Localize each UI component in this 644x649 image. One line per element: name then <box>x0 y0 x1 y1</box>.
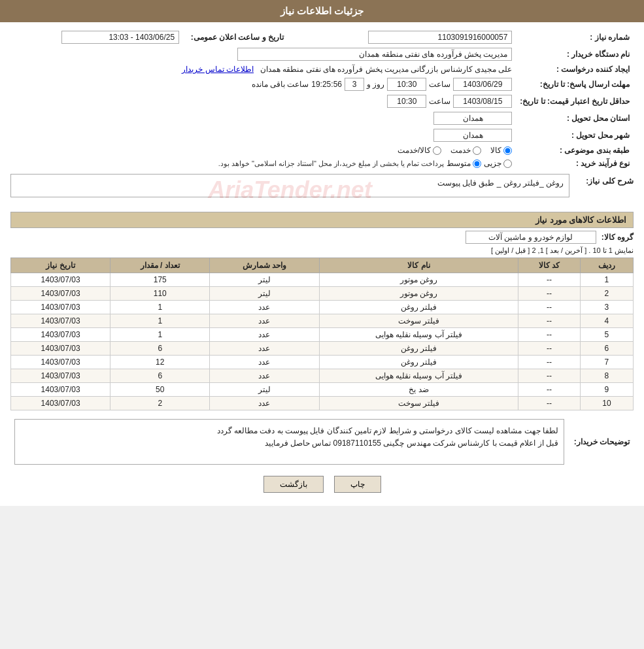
description-section-label: شرح کلی نیاز: <box>575 174 634 186</box>
cell-code: -- <box>518 397 580 410</box>
process-note: پرداخت تمام یا بخشی از مبلغ خرید،از محل … <box>218 159 445 168</box>
cell-date: 1403/07/03 <box>11 301 110 314</box>
cell-code: -- <box>518 369 580 383</box>
cell-row: 4 <box>580 314 633 328</box>
response-deadline-label: مهلت ارسال پاسخ: تا تاریخ: <box>516 76 634 93</box>
table-row: 6 -- فیلتر روغن عدد 6 1403/07/03 <box>11 342 634 356</box>
cell-qty: 12 <box>110 356 210 369</box>
category-option-service[interactable]: خدمت <box>450 146 481 155</box>
cell-code: -- <box>518 287 580 301</box>
cell-row: 5 <box>580 328 633 342</box>
category-radio-service[interactable] <box>473 146 481 155</box>
col-header-qty: تعداد / مقدار <box>110 258 210 273</box>
cell-row: 10 <box>580 397 633 410</box>
col-header-name: نام کالا <box>319 258 518 273</box>
cell-qty: 1 <box>110 314 210 328</box>
cell-qty: 110 <box>110 287 210 301</box>
process-label: نوع فرآیند خرید : <box>516 157 634 170</box>
city-label: شهر محل تحویل : <box>516 127 634 144</box>
back-button[interactable]: بازگشت <box>263 476 324 493</box>
date-value: 1403/06/25 - 13:03 <box>61 31 179 44</box>
price-date: 1403/08/15 <box>453 95 512 108</box>
table-row: 4 -- فیلتر سوخت عدد 1 1403/07/03 <box>11 314 634 328</box>
cell-code: -- <box>518 273 580 287</box>
print-button[interactable]: چاپ <box>334 476 381 493</box>
page-content: شماره نیاز : 1103091916000057 تاریخ و سا… <box>0 22 644 506</box>
cell-code: -- <box>518 356 580 369</box>
date-label: تاریخ و ساعت اعلان عمومی: <box>183 29 288 46</box>
cell-name: فیلتر سوخت <box>319 397 518 410</box>
response-time-label: ساعت <box>429 80 450 89</box>
col-header-code: کد کالا <box>518 258 580 273</box>
col-header-unit: واحد شمارش <box>210 258 319 273</box>
cell-code: -- <box>518 328 580 342</box>
notes-table: توضیحات خریدار: لطفا جهت مشاهده لیست کال… <box>10 417 634 467</box>
category-radio-both[interactable] <box>433 146 441 155</box>
contact-link[interactable]: اطلاعات تماس خریدار <box>182 65 254 74</box>
pagination-text: نمایش 1 تا 10 . [ آخرین / بعد ] 1, 2 [ ق… <box>491 246 634 254</box>
cell-date: 1403/07/03 <box>11 342 110 356</box>
table-header-row: ردیف کد کالا نام کالا واحد شمارش تعداد /… <box>11 258 634 273</box>
buyer-notes-text: لطفا جهت مشاهده لیست کالای درخواستی و شر… <box>14 419 564 465</box>
category-label: طبقه بندی موضوعی : <box>516 144 634 157</box>
cell-qty: 6 <box>110 369 210 383</box>
table-row: 9 -- ضد یخ لیتر 50 1403/07/03 <box>11 383 634 397</box>
process-option-medium[interactable]: متوسط <box>447 159 481 168</box>
page-wrapper: جزئیات اطلاعات نیاز شماره نیاز : 1103091… <box>0 0 644 506</box>
process-radio-partial[interactable] <box>503 159 512 168</box>
cell-qty: 175 <box>110 273 210 287</box>
buyer-notes-label: توضیحات خریدار: <box>568 417 634 467</box>
cell-unit: لیتر <box>210 287 319 301</box>
table-row: 5 -- فیلتر آب وسیله نقلیه هوایی عدد 1 14… <box>11 328 634 342</box>
cell-row: 3 <box>580 301 633 314</box>
process-option-partial[interactable]: جزیی <box>484 159 512 168</box>
page-title: جزئیات اطلاعات نیاز <box>280 5 364 16</box>
cell-date: 1403/07/03 <box>11 356 110 369</box>
table-row: 1 -- روغن موتور لیتر 175 1403/07/03 <box>11 273 634 287</box>
buyer-org-value: مدیریت پخش فرآورده های نفتی منطقه همدان <box>237 48 512 61</box>
products-tbody: 1 -- روغن موتور لیتر 175 1403/07/03 2 --… <box>11 273 634 410</box>
buyer-org-label: نام دستگاه خریدار : <box>516 46 634 63</box>
cell-name: فیلتر سوخت <box>319 314 518 328</box>
cell-unit: لیتر <box>210 273 319 287</box>
category-radio-group: کالا خدمت کالا/خدمت <box>14 146 512 155</box>
cell-date: 1403/07/03 <box>11 273 110 287</box>
cell-date: 1403/07/03 <box>11 287 110 301</box>
cell-date: 1403/07/03 <box>11 397 110 410</box>
price-time-label: ساعت <box>429 97 450 106</box>
response-remaining-label: ساعت باقی مانده <box>252 80 309 89</box>
cell-qty: 1 <box>110 301 210 314</box>
cell-row: 6 <box>580 342 633 356</box>
description-value: روغن _فیلتر روغن _ طبق فایل پیوست <box>10 174 569 197</box>
table-row: 10 -- فیلتر سوخت عدد 2 1403/07/03 <box>11 397 634 410</box>
category-radio-goods[interactable] <box>503 146 512 155</box>
province-value: همدان <box>433 112 512 125</box>
cell-qty: 6 <box>110 342 210 356</box>
response-time: 10:30 <box>387 78 426 91</box>
category-both-label: کالا/خدمت <box>398 146 431 155</box>
cell-code: -- <box>518 314 580 328</box>
response-date: 1403/06/29 <box>453 78 512 91</box>
category-option-goods[interactable]: کالا <box>490 146 512 155</box>
pagination-info: نمایش 1 تا 10 . [ آخرین / بعد ] 1, 2 [ ق… <box>10 246 634 255</box>
group-value: لوازم خودرو و ماشین آلات <box>466 231 596 244</box>
category-option-both[interactable]: کالا/خدمت <box>398 146 441 155</box>
products-table: ردیف کد کالا نام کالا واحد شمارش تعداد /… <box>10 258 634 410</box>
cell-unit: عدد <box>210 356 319 369</box>
col-header-date: تاریخ نیاز <box>11 258 110 273</box>
process-radio-medium[interactable] <box>473 159 481 168</box>
group-label: گروه کالا: <box>602 233 634 242</box>
creator-value: علی مجیدی کارشناس بازرگانی مدیریت پخش فر… <box>260 65 512 74</box>
table-row: 7 -- فیلتر روغن عدد 12 1403/07/03 <box>11 356 634 369</box>
response-days-label: روز و <box>367 80 384 89</box>
response-days: 3 <box>345 78 364 91</box>
cell-unit: عدد <box>210 369 319 383</box>
cell-row: 7 <box>580 356 633 369</box>
cell-name: فیلتر آب وسیله نقلیه هوایی <box>319 328 518 342</box>
cell-code: -- <box>518 342 580 356</box>
page-header: جزئیات اطلاعات نیاز <box>0 0 644 22</box>
cell-date: 1403/07/03 <box>11 369 110 383</box>
response-remaining: 19:25:56 <box>311 80 342 89</box>
cell-date: 1403/07/03 <box>11 328 110 342</box>
need-number-label: شماره نیاز : <box>516 29 634 46</box>
